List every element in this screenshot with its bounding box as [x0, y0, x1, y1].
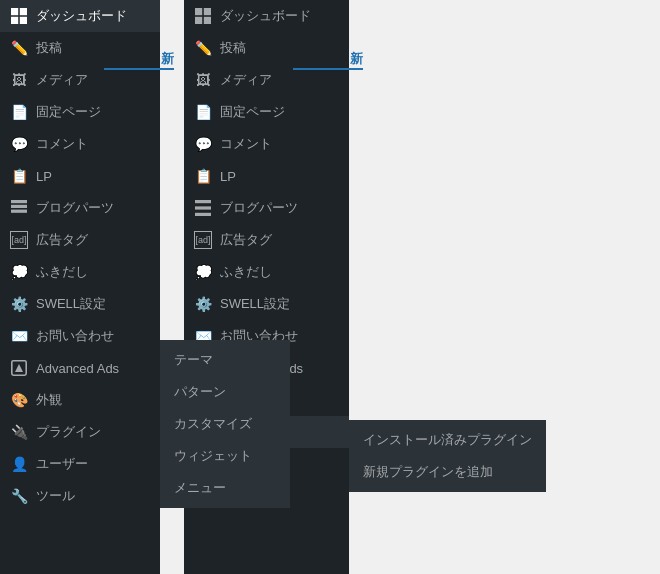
- comments-label: コメント: [36, 135, 88, 153]
- svg-rect-11: [204, 17, 211, 24]
- r-posts-icon: ✏️: [194, 39, 212, 57]
- sidebar-item-dashboard[interactable]: ダッシュボード: [0, 0, 160, 32]
- swell-icon: ⚙️: [10, 295, 28, 313]
- r-dashboard-label: ダッシュボード: [220, 7, 311, 25]
- svg-rect-13: [195, 206, 211, 209]
- plugins-label: プラグイン: [36, 423, 101, 441]
- r-sidebar-item-blogparts[interactable]: ブログパーツ: [184, 192, 349, 224]
- new-badge-left: 新: [161, 50, 174, 68]
- sidebar-item-appearance[interactable]: 🎨 外観: [0, 384, 160, 416]
- r-fubidashi-icon: 💭: [194, 263, 212, 281]
- tools-icon: 🔧: [10, 487, 28, 505]
- appearance-label: 外観: [36, 391, 62, 409]
- posts-icon: ✏️: [10, 39, 28, 57]
- media-icon: 🖼: [10, 71, 28, 89]
- r-blogparts-label: ブログパーツ: [220, 199, 298, 217]
- users-label: ユーザー: [36, 455, 88, 473]
- submenu-item-theme[interactable]: テーマ: [160, 344, 290, 376]
- pages-label: 固定ページ: [36, 103, 101, 121]
- sidebar-item-adtag[interactable]: [ad] 広告タグ: [0, 224, 160, 256]
- blogparts-icon: [10, 199, 28, 217]
- submenu-item-widgets[interactable]: ウィジェット: [160, 440, 290, 472]
- r-sidebar-item-fubidashi[interactable]: 💭 ふきだし: [184, 256, 349, 288]
- sidebar-item-blogparts[interactable]: ブログパーツ: [0, 192, 160, 224]
- svg-rect-4: [11, 200, 27, 203]
- r-dashboard-icon: [194, 7, 212, 25]
- users-icon: 👤: [10, 455, 28, 473]
- svg-rect-9: [204, 8, 211, 15]
- dashboard-label: ダッシュボード: [36, 7, 127, 25]
- sidebar-item-lp[interactable]: 📋 LP: [0, 160, 160, 192]
- sidebar-item-swell[interactable]: ⚙️ SWELL設定: [0, 288, 160, 320]
- r-lp-label: LP: [220, 169, 236, 184]
- lp-label: LP: [36, 169, 52, 184]
- r-comments-label: コメント: [220, 135, 272, 153]
- svg-rect-14: [195, 213, 211, 216]
- sidebar-item-advancedads[interactable]: Advanced Ads: [0, 352, 160, 384]
- plugins-icon: 🔌: [10, 423, 28, 441]
- svg-rect-1: [20, 8, 27, 15]
- adtag-label: 広告タグ: [36, 231, 88, 249]
- sidebar-item-fubidashi[interactable]: 💭 ふきだし: [0, 256, 160, 288]
- dashboard-icon: [10, 7, 28, 25]
- lp-icon: 📋: [10, 167, 28, 185]
- svg-rect-3: [20, 17, 27, 24]
- tools-label: ツール: [36, 487, 75, 505]
- submenu-item-menus[interactable]: メニュー: [160, 472, 290, 504]
- submenu-add-new-plugin[interactable]: 新規プラグインを追加: [349, 456, 546, 488]
- advancedads-icon: [10, 359, 28, 377]
- r-comments-icon: 💬: [194, 135, 212, 153]
- left-panel: ダッシュボード ✏️ 投稿 🖼 メディア 📄 固定ページ 💬 コメント 📋 LP: [0, 0, 184, 574]
- sidebar-item-pages[interactable]: 📄 固定ページ: [0, 96, 160, 128]
- sidebar-item-posts[interactable]: ✏️ 投稿: [0, 32, 160, 64]
- adtag-icon: [ad]: [10, 231, 28, 249]
- submenu-item-patterns[interactable]: パターン: [160, 376, 290, 408]
- r-sidebar-item-pages[interactable]: 📄 固定ページ: [184, 96, 349, 128]
- r-fubidashi-label: ふきだし: [220, 263, 272, 281]
- r-pages-icon: 📄: [194, 103, 212, 121]
- comments-icon: 💬: [10, 135, 28, 153]
- new-badge-right: 新: [350, 50, 363, 68]
- appearance-submenu: テーマ パターン カスタマイズ ウィジェット メニュー: [160, 340, 290, 508]
- r-sidebar-item-lp[interactable]: 📋 LP: [184, 160, 349, 192]
- media-label: メディア: [36, 71, 88, 89]
- svg-rect-5: [11, 205, 27, 208]
- r-lp-icon: 📋: [194, 167, 212, 185]
- r-swell-icon: ⚙️: [194, 295, 212, 313]
- r-adtag-icon: [ad]: [194, 231, 212, 249]
- submenu-installed-plugins[interactable]: インストール済みプラグイン: [349, 424, 546, 456]
- blogparts-label: ブログパーツ: [36, 199, 114, 217]
- sidebar-item-contact[interactable]: ✉️ お問い合わせ: [0, 320, 160, 352]
- pages-icon: 📄: [10, 103, 28, 121]
- posts-label: 投稿: [36, 39, 62, 57]
- appearance-icon: 🎨: [10, 391, 28, 409]
- r-sidebar-item-swell[interactable]: ⚙️ SWELL設定: [184, 288, 349, 320]
- svg-rect-8: [195, 8, 202, 15]
- sidebar-item-users[interactable]: 👤 ユーザー: [0, 448, 160, 480]
- svg-rect-10: [195, 17, 202, 24]
- svg-rect-2: [11, 17, 18, 24]
- sidebar-item-comments[interactable]: 💬 コメント: [0, 128, 160, 160]
- r-sidebar-item-dashboard[interactable]: ダッシュボード: [184, 0, 349, 32]
- sidebar-item-tools[interactable]: 🔧 ツール: [0, 480, 160, 512]
- svg-rect-0: [11, 8, 18, 15]
- r-blogparts-icon: [194, 199, 212, 217]
- r-swell-label: SWELL設定: [220, 295, 290, 313]
- sidebar-item-plugins[interactable]: 🔌 プラグイン: [0, 416, 160, 448]
- r-sidebar-item-comments[interactable]: 💬 コメント: [184, 128, 349, 160]
- new-underline-left: [104, 68, 174, 70]
- r-media-label: メディア: [220, 71, 272, 89]
- r-sidebar-item-posts[interactable]: ✏️ 投稿: [184, 32, 349, 64]
- advancedads-label: Advanced Ads: [36, 361, 119, 376]
- fubidashi-icon: 💭: [10, 263, 28, 281]
- contact-icon: ✉️: [10, 327, 28, 345]
- plugins-submenu: インストール済みプラグイン 新規プラグインを追加: [349, 420, 546, 492]
- r-media-icon: 🖼: [194, 71, 212, 89]
- left-sidebar: ダッシュボード ✏️ 投稿 🖼 メディア 📄 固定ページ 💬 コメント 📋 LP: [0, 0, 160, 574]
- svg-rect-12: [195, 200, 211, 203]
- r-posts-label: 投稿: [220, 39, 246, 57]
- r-sidebar-item-adtag[interactable]: [ad] 広告タグ: [184, 224, 349, 256]
- svg-rect-6: [11, 210, 27, 213]
- submenu-item-customize[interactable]: カスタマイズ: [160, 408, 290, 440]
- swell-label: SWELL設定: [36, 295, 106, 313]
